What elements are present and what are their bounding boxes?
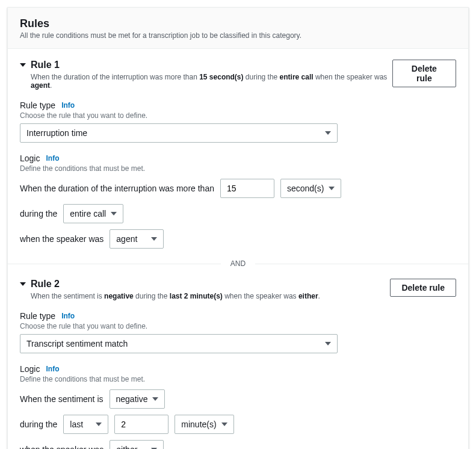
rule-1-duration-row: When the duration of the interruption wa… (20, 179, 456, 198)
rule-2-logic-help: Define the conditions that must be met. (20, 375, 456, 383)
chevron-down-icon (111, 212, 117, 215)
rule-1-logic-help: Define the conditions that must be met. (20, 164, 456, 173)
rule-2-sentiment-row: When the sentiment is negative (20, 389, 456, 409)
info-link[interactable]: Info (61, 312, 75, 320)
rule-2-during-select[interactable]: last (63, 415, 108, 434)
rule-2-speaker-row: when the speaker was either (20, 440, 456, 449)
rule-1-type-select[interactable]: Interruption time (20, 123, 338, 143)
rule-1-logic-label: Logic Info (20, 153, 456, 163)
rule-2-type-label: Rule type Info (20, 311, 456, 321)
page-title: Rules (20, 17, 456, 30)
rule-2-during-unit-select[interactable]: minute(s) (175, 415, 233, 434)
delete-rule-2-button[interactable]: Delete rule (390, 279, 456, 297)
and-divider: AND (8, 259, 468, 268)
info-link[interactable]: Info (46, 365, 59, 373)
rule-2-toggle[interactable]: Rule 2 (20, 279, 320, 290)
rule-1-duration-unit-select[interactable]: second(s) (280, 179, 341, 198)
rule-1-toggle[interactable]: Rule 1 (20, 60, 392, 70)
rule-1-speaker-select[interactable]: agent (110, 229, 164, 249)
info-link[interactable]: Info (46, 154, 59, 163)
chevron-down-icon (152, 397, 158, 401)
chevron-down-icon (325, 342, 331, 345)
chevron-down-icon (325, 131, 331, 135)
rule-1-summary: When the duration of the interruption wa… (31, 73, 392, 90)
page-subtitle: All the rule conditions must be met for … (20, 31, 456, 40)
rule-1-speaker-row: when the speaker was agent (20, 229, 456, 249)
rule-2-during-number-input[interactable] (114, 415, 168, 434)
rules-panel: Rules All the rule conditions must be me… (7, 7, 469, 449)
rule-1-type-label: Rule type Info (20, 101, 456, 110)
rule-2-speaker-select[interactable]: either (110, 440, 164, 449)
rule-1-duration-input[interactable] (220, 179, 274, 198)
rule-2-type-help: Choose the rule that you want to define. (20, 322, 456, 330)
rule-1-during-row: during the entire call (20, 204, 456, 223)
rule-2-type-select[interactable]: Transcript sentiment match (20, 334, 338, 353)
chevron-down-icon (151, 237, 157, 241)
rule-2-during-row: during the last minute(s) (20, 415, 456, 434)
caret-down-icon (20, 63, 26, 67)
delete-rule-1-button[interactable]: Delete rule (392, 60, 456, 87)
chevron-down-icon (329, 187, 335, 190)
rule-2-summary: When the sentiment is negative during th… (31, 292, 320, 300)
rule-1-type-help: Choose the rule that you want to define. (20, 111, 456, 120)
panel-body: Rule 1 When the duration of the interrup… (8, 49, 468, 449)
info-link[interactable]: Info (61, 101, 75, 110)
rule-1-title: Rule 1 (31, 60, 60, 70)
rule-2-logic-label: Logic Info (20, 364, 456, 374)
chevron-down-icon (221, 423, 227, 426)
chevron-down-icon (96, 423, 102, 426)
rule-2-sentiment-select[interactable]: negative (110, 389, 165, 409)
rule-2: Rule 2 When the sentiment is negative du… (20, 279, 456, 449)
panel-header: Rules All the rule conditions must be me… (8, 8, 468, 49)
rule-1-during-select[interactable]: entire call (63, 204, 123, 223)
rule-1: Rule 1 When the duration of the interrup… (20, 60, 456, 249)
rule-2-title: Rule 2 (31, 279, 60, 290)
caret-down-icon (20, 282, 26, 286)
